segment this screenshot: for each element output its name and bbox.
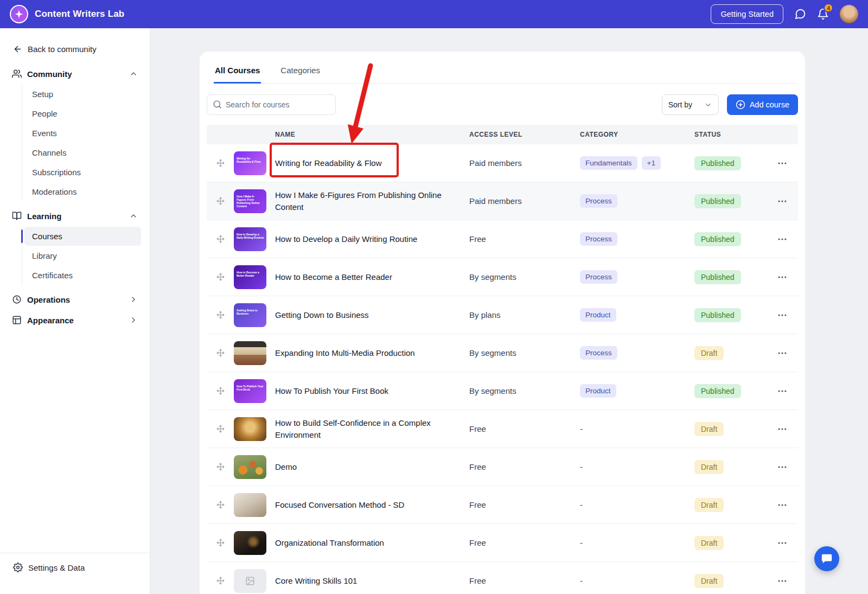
sidebar-section-learning[interactable]: Learning [7, 206, 143, 226]
course-thumbnail[interactable] [234, 531, 266, 555]
tab-categories[interactable]: Categories [279, 62, 321, 83]
table-row: Core Writing Skills 101Free-Draft [207, 562, 798, 594]
drag-handle-icon[interactable] [216, 235, 225, 243]
course-access-level: Free [469, 576, 580, 585]
course-name[interactable]: Writing for Readability & Flow [275, 157, 469, 169]
course-name[interactable]: Expanding Into Multi-Media Production [275, 347, 469, 359]
course-name[interactable]: Focused Conversation Method - SD [275, 499, 469, 511]
more-options-button[interactable] [777, 196, 788, 207]
course-thumbnail[interactable] [234, 493, 266, 517]
table-row: How to Develop a Daily Writing RoutineHo… [207, 220, 798, 258]
drag-handle-icon[interactable] [216, 159, 225, 167]
drag-handle-icon[interactable] [216, 197, 225, 205]
getting-started-button[interactable]: Getting Started [711, 4, 783, 24]
more-options-button[interactable] [777, 576, 788, 586]
more-options-button[interactable] [777, 462, 788, 472]
course-thumbnail[interactable]: Getting Down to Business [234, 303, 266, 327]
course-name[interactable]: Organizational Transformation [275, 537, 469, 549]
sidebar-item-channels[interactable]: Channels [24, 143, 141, 162]
messages-icon[interactable] [794, 8, 806, 20]
course-thumbnail[interactable] [234, 341, 266, 365]
course-thumbnail[interactable]: How To Publish Your First Book [234, 379, 266, 403]
drag-handle-icon[interactable] [216, 463, 225, 471]
sidebar-section-appearance[interactable]: Appearance [7, 310, 143, 330]
sidebar-item-events[interactable]: Events [24, 124, 141, 143]
more-options-button[interactable] [777, 386, 788, 397]
sidebar-item-subscriptions[interactable]: Subscriptions [24, 163, 141, 182]
course-thumbnail[interactable]: How I Make 6-Figures From Publishing Onl… [234, 189, 266, 213]
sidebar-section-label: Appearance [27, 316, 74, 325]
course-category: Process [580, 270, 694, 284]
course-thumbnail[interactable] [234, 569, 266, 593]
course-thumbnail[interactable]: How to Become a Better Reader [234, 265, 266, 289]
course-category: - [580, 462, 694, 471]
chevron-right-icon [129, 316, 138, 324]
notifications-bell-icon[interactable]: 4 [817, 8, 829, 20]
course-name[interactable]: How to Build Self-Confidence in a Comple… [275, 417, 469, 441]
more-options-button[interactable] [777, 538, 788, 548]
drag-handle-icon[interactable] [216, 387, 225, 395]
table-row: How to Become a Better ReaderHow to Beco… [207, 258, 798, 296]
more-options-button[interactable] [777, 272, 788, 283]
logo-icon[interactable] [10, 5, 28, 23]
more-options-button[interactable] [777, 348, 788, 359]
course-name[interactable]: Getting Down to Business [275, 309, 469, 321]
sidebar-section-community[interactable]: Community [7, 63, 143, 84]
course-thumbnail[interactable] [234, 417, 266, 441]
add-course-button[interactable]: Add course [727, 94, 798, 115]
courses-table: NAMEACCESS LEVELCATEGORYSTATUSWriting fo… [207, 125, 798, 594]
more-options-button[interactable] [777, 158, 788, 169]
settings-and-data-link[interactable]: Settings & Data [0, 553, 150, 594]
thumbnail-title-text: How to Become a Better Reader [237, 271, 264, 278]
course-name[interactable]: Demo [275, 461, 469, 473]
category-empty-dash: - [580, 500, 583, 509]
course-status-cell: Published [694, 310, 777, 320]
search-input[interactable] [207, 94, 336, 115]
drag-handle-icon[interactable] [216, 311, 225, 319]
sidebar-section-operations[interactable]: Operations [7, 289, 143, 310]
back-to-community-link[interactable]: Back to community [0, 28, 150, 61]
table-row: Writing for Readability & FlowWriting fo… [207, 144, 798, 182]
sidebar-item-certificates[interactable]: Certificates [24, 266, 141, 285]
status-badge: Draft [694, 422, 724, 436]
course-thumbnail[interactable] [234, 455, 266, 479]
category-badge: Product [580, 308, 616, 322]
sort-by-dropdown[interactable]: Sort by [662, 94, 719, 115]
learning-icon [12, 211, 22, 221]
drag-handle-icon[interactable] [216, 425, 225, 433]
course-access-level: By segments [469, 272, 580, 282]
more-options-button[interactable] [777, 310, 788, 321]
course-category: Process [580, 232, 694, 246]
more-options-button[interactable] [777, 424, 788, 435]
drag-handle-icon[interactable] [216, 539, 225, 547]
sidebar-item-setup[interactable]: Setup [24, 85, 141, 104]
course-status-cell: Draft [694, 576, 777, 586]
course-name[interactable]: How I Make 6-Figures From Publishing Onl… [275, 189, 469, 213]
tab-all-courses[interactable]: All Courses [214, 62, 261, 84]
drag-handle-icon[interactable] [216, 273, 225, 281]
course-thumbnail[interactable]: How to Develop a Daily Writing Routine [234, 227, 266, 251]
sidebar-item-courses[interactable]: Courses [24, 227, 141, 246]
chat-widget-button[interactable] [814, 546, 839, 571]
course-status-cell: Published [694, 158, 777, 168]
sidebar-section-label: Operations [27, 295, 70, 304]
course-name[interactable]: Core Writing Skills 101 [275, 575, 469, 587]
course-thumbnail[interactable]: Writing for Readability & Flow [234, 151, 266, 175]
drag-handle-icon[interactable] [216, 577, 225, 585]
user-avatar[interactable] [840, 5, 858, 23]
course-name[interactable]: How to Develop a Daily Writing Routine [275, 233, 469, 245]
category-extra-badge: +1 [642, 156, 661, 170]
drag-handle-icon[interactable] [216, 501, 225, 509]
course-name[interactable]: How to Become a Better Reader [275, 271, 469, 283]
category-badge: Process [580, 232, 617, 246]
more-options-button[interactable] [777, 234, 788, 245]
drag-handle-icon[interactable] [216, 349, 225, 357]
sidebar-section-label: Learning [27, 212, 61, 221]
category-badge: Process [580, 194, 617, 208]
sidebar-item-people[interactable]: People [24, 104, 141, 123]
more-options-button[interactable] [777, 500, 788, 510]
course-name[interactable]: How To Publish Your First Book [275, 385, 469, 397]
course-category: - [580, 500, 694, 509]
sidebar-item-moderations[interactable]: Moderations [24, 182, 141, 201]
sidebar-item-library[interactable]: Library [24, 246, 141, 265]
